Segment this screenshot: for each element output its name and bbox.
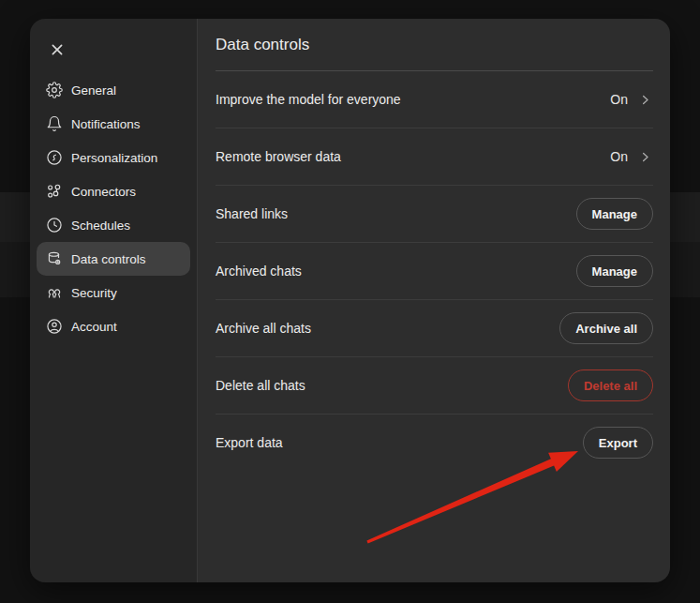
row-archived-chats: Archived chats Manage xyxy=(216,243,653,300)
delete-all-button[interactable]: Delete all xyxy=(568,369,653,401)
row-label: Archived chats xyxy=(216,264,302,279)
sidebar-item-label: Account xyxy=(71,320,117,334)
screen: General Notifications Personalization Co… xyxy=(0,0,700,603)
row-label: Export data xyxy=(216,435,283,450)
row-label: Delete all chats xyxy=(216,378,305,393)
settings-sidebar: General Notifications Personalization Co… xyxy=(30,19,198,582)
row-label: Shared links xyxy=(216,206,288,221)
row-remote-browser-data[interactable]: Remote browser data On xyxy=(216,128,653,186)
row-shared-links: Shared links Manage xyxy=(216,186,653,243)
archive-all-button[interactable]: Archive all xyxy=(559,312,653,344)
sidebar-item-label: Data controls xyxy=(71,252,146,266)
data-controls-panel: Data controls Improve the model for ever… xyxy=(198,19,670,582)
row-value: On xyxy=(610,149,628,164)
row-label: Archive all chats xyxy=(216,321,311,336)
sidebar-nav: General Notifications Personalization Co… xyxy=(30,73,197,343)
sidebar-item-notifications[interactable]: Notifications xyxy=(37,107,190,141)
sidebar-item-label: Connectors xyxy=(71,185,136,199)
row-value: On xyxy=(610,92,628,107)
sidebar-item-schedules[interactable]: Schedules xyxy=(37,208,190,242)
connectors-icon xyxy=(46,183,63,200)
manage-button[interactable]: Manage xyxy=(576,255,653,287)
sidebar-item-connectors[interactable]: Connectors xyxy=(37,174,190,208)
sidebar-item-security[interactable]: Security xyxy=(37,276,190,309)
settings-dialog: General Notifications Personalization Co… xyxy=(30,19,670,582)
manage-button[interactable]: Manage xyxy=(576,198,653,230)
sidebar-item-label: General xyxy=(71,83,116,98)
chevron-right-icon xyxy=(636,148,653,165)
bell-icon xyxy=(46,115,63,132)
row-delete-all-chats: Delete all chats Delete all xyxy=(216,357,653,415)
row-archive-all-chats: Archive all chats Archive all xyxy=(216,300,653,357)
close-button[interactable] xyxy=(47,39,67,58)
sidebar-item-label: Personalization xyxy=(71,151,157,165)
close-icon xyxy=(49,41,66,58)
account-icon xyxy=(46,318,63,335)
sidebar-item-label: Schedules xyxy=(71,219,130,233)
personalization-icon xyxy=(46,149,63,166)
export-button[interactable]: Export xyxy=(583,427,653,459)
database-icon xyxy=(46,250,63,267)
sidebar-item-data-controls[interactable]: Data controls xyxy=(37,242,190,276)
panel-title: Data controls xyxy=(216,19,653,71)
chevron-right-icon xyxy=(636,91,653,108)
sidebar-item-personalization[interactable]: Personalization xyxy=(37,141,190,174)
keys-icon xyxy=(46,284,63,301)
sidebar-item-label: Notifications xyxy=(71,117,141,131)
row-export-data: Export data Export xyxy=(216,415,653,471)
row-label: Improve the model for everyone xyxy=(216,92,401,107)
row-improve-the-model-for-everyone[interactable]: Improve the model for everyone On xyxy=(216,71,653,128)
sidebar-item-general[interactable]: General xyxy=(37,73,190,107)
gear-icon xyxy=(46,82,63,98)
clock-icon xyxy=(46,217,63,234)
settings-rows: Improve the model for everyone On Remote… xyxy=(216,71,653,471)
row-label: Remote browser data xyxy=(216,149,341,164)
sidebar-item-label: Security xyxy=(71,286,117,300)
sidebar-item-account[interactable]: Account xyxy=(37,309,190,343)
